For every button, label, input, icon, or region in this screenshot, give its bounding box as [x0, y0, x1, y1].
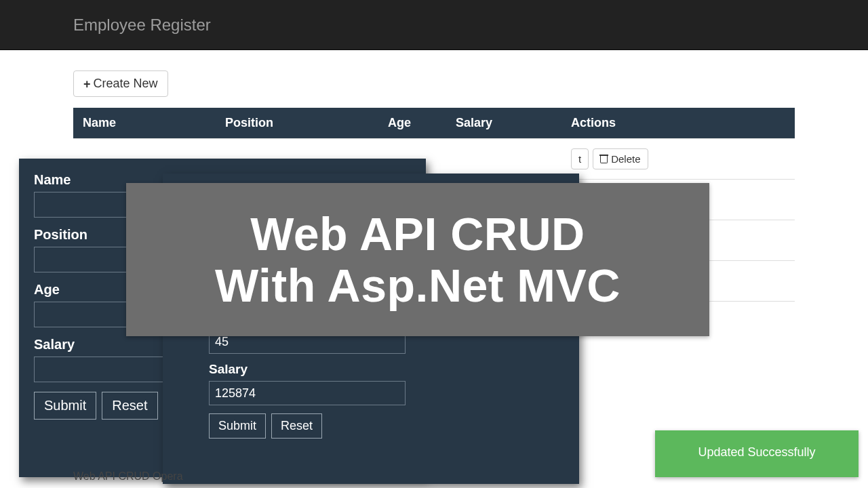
submit-button[interactable]: Submit — [34, 392, 96, 420]
trash-icon — [600, 155, 608, 163]
toast-message: Updated Successfully — [698, 445, 815, 459]
delete-button[interactable]: Delete — [593, 148, 648, 169]
reset-button[interactable]: Reset — [102, 392, 157, 420]
thumbnail-title-overlay: Web API CRUD With Asp.Net MVC — [126, 183, 709, 336]
edit-button[interactable]: t — [571, 148, 589, 169]
col-salary: Salary — [446, 108, 561, 139]
success-toast: Updated Successfully — [655, 430, 859, 477]
footer-caption: Web API CRUD Opera — [73, 470, 183, 483]
table-header-row: Name Position Age Salary Actions — [73, 108, 795, 139]
create-new-label: Create New — [94, 77, 158, 91]
col-name: Name — [73, 108, 216, 139]
submit-button[interactable]: Submit — [209, 413, 266, 439]
edit-label: t — [578, 153, 581, 165]
overlay-line2: With Asp.Net MVC — [215, 260, 620, 311]
plus-icon: + — [83, 78, 91, 90]
col-age: Age — [378, 108, 446, 139]
salary-input[interactable] — [209, 381, 406, 405]
create-new-button[interactable]: + Create New — [73, 70, 168, 97]
reset-button[interactable]: Reset — [271, 413, 322, 439]
col-position: Position — [216, 108, 378, 139]
salary-label: Salary — [209, 362, 564, 377]
app-title: Employee Register — [73, 16, 211, 35]
col-actions: Actions — [561, 108, 795, 139]
overlay-line1: Web API CRUD — [250, 208, 585, 260]
delete-label: Delete — [611, 153, 640, 165]
navbar: Employee Register — [0, 0, 868, 50]
